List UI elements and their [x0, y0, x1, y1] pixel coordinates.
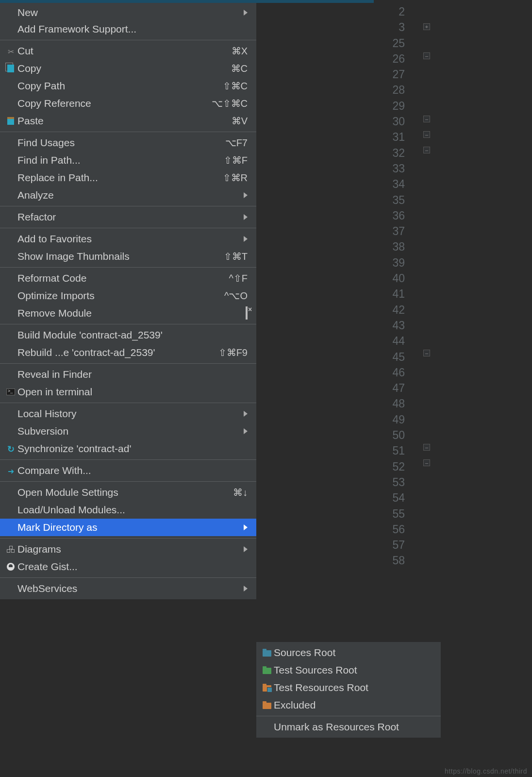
submenu-item-excluded[interactable]: Excluded: [256, 696, 441, 714]
menu-item-refactor[interactable]: Refactor: [0, 208, 256, 226]
line-number[interactable]: 51: [374, 443, 408, 458]
line-number[interactable]: 43: [374, 318, 408, 333]
menu-item-shortcut: ⌥F7: [204, 137, 248, 149]
line-number[interactable]: 48: [374, 396, 408, 411]
line-number[interactable]: 34: [374, 176, 408, 192]
menu-item-find-usages[interactable]: Find Usages⌥F7: [0, 134, 256, 152]
line-number[interactable]: 41: [374, 286, 408, 302]
menu-item-show-image-thumbnails[interactable]: Show Image Thumbnails⇧⌘T: [0, 248, 256, 265]
menu-item-label: Copy: [17, 63, 204, 74]
fold-marker-icon[interactable]: –: [423, 116, 430, 122]
fold-marker-icon[interactable]: –: [423, 459, 430, 466]
line-number[interactable]: 52: [374, 459, 408, 474]
line-number[interactable]: 58: [374, 553, 408, 568]
menu-item-diagrams[interactable]: Diagrams: [0, 541, 256, 558]
line-number[interactable]: 2: [374, 4, 408, 19]
menu-item-subversion[interactable]: Subversion: [0, 422, 256, 440]
line-number[interactable]: 3: [374, 19, 408, 35]
line-number[interactable]: 29: [374, 98, 408, 114]
fold-marker-icon[interactable]: –: [423, 131, 430, 138]
menu-item-shortcut: ^⌥O: [204, 290, 248, 302]
folder-orange-icon: [263, 703, 271, 709]
menu-item-new[interactable]: New: [0, 5, 256, 20]
line-number[interactable]: 32: [374, 145, 408, 161]
fold-marker-icon[interactable]: –: [423, 444, 430, 451]
line-number[interactable]: 35: [374, 192, 408, 208]
menu-separator: [0, 481, 256, 482]
menu-item-reveal-in-finder[interactable]: Reveal in Finder: [0, 366, 256, 383]
menu-item-shortcut: ⇧⌘F: [204, 154, 248, 166]
copy-icon: [7, 65, 14, 72]
menu-item-find-in-path[interactable]: Find in Path...⇧⌘F: [0, 152, 256, 169]
line-number[interactable]: 30: [374, 114, 408, 129]
menu-item-analyze[interactable]: Analyze: [0, 186, 256, 204]
menu-item-mark-directory-as[interactable]: Mark Directory as: [0, 519, 256, 536]
menu-item-shortcut: ^⇧F: [204, 272, 248, 284]
line-number[interactable]: 36: [374, 208, 408, 223]
submenu-item-sources-root[interactable]: Sources Root: [256, 644, 441, 661]
menu-item-copy-reference[interactable]: Copy Reference⌥⇧⌘C: [0, 95, 256, 112]
menu-item-synchronize-contract-ad[interactable]: Synchronize 'contract-ad': [0, 440, 256, 457]
menu-item-rebuild-e-contract-ad-2539[interactable]: Rebuild ...e 'contract-ad_2539'⇧⌘F9: [0, 344, 256, 361]
line-number[interactable]: 46: [374, 365, 408, 380]
submenu-item-test-resources-root[interactable]: Test Resources Root: [256, 679, 441, 696]
menu-item-build-module-contract-ad-2539[interactable]: Build Module 'contract-ad_2539': [0, 326, 256, 344]
menu-item-add-framework-support[interactable]: Add Framework Support...: [0, 20, 256, 38]
fold-marker-icon[interactable]: –: [423, 147, 430, 153]
line-number[interactable]: 40: [374, 270, 408, 286]
line-number[interactable]: 45: [374, 349, 408, 365]
menu-item-label: Copy Path: [17, 80, 204, 92]
menu-item-load-unload-modules[interactable]: Load/Unload Modules...: [0, 501, 256, 519]
menu-item-copy-path[interactable]: Copy Path⇧⌘C: [0, 77, 256, 95]
line-number[interactable]: 27: [374, 67, 408, 82]
menu-item-local-history[interactable]: Local History: [0, 405, 256, 422]
menu-item-remove-module[interactable]: Remove Module: [0, 304, 256, 322]
menu-item-label: Add Framework Support...: [17, 23, 248, 35]
menu-item-label: Subversion: [17, 425, 241, 437]
line-number[interactable]: 25: [374, 35, 408, 51]
line-number[interactable]: 49: [374, 412, 408, 427]
menu-item-label: Replace in Path...: [17, 172, 204, 184]
menu-item-webservices[interactable]: WebServices: [0, 580, 256, 597]
submenu-arrow-icon: [244, 428, 248, 434]
submenu-item-test-sources-root[interactable]: Test Sources Root: [256, 661, 441, 679]
submenu-item-label: Test Resources Root: [274, 682, 368, 693]
menu-item-paste[interactable]: Paste⌘V: [0, 112, 256, 130]
line-number[interactable]: 47: [374, 380, 408, 396]
menu-item-shortcut: ⌥⇧⌘C: [204, 98, 248, 109]
menu-item-compare-with[interactable]: Compare With...: [0, 462, 256, 479]
fold-marker-icon[interactable]: +: [423, 23, 430, 30]
folder-testres-icon: [263, 685, 271, 692]
line-number[interactable]: 26: [374, 51, 408, 67]
line-number[interactable]: 37: [374, 223, 408, 239]
menu-item-cut[interactable]: Cut⌘X: [0, 42, 256, 60]
line-number[interactable]: 54: [374, 490, 408, 506]
line-number[interactable]: 53: [374, 474, 408, 490]
menu-item-create-gist[interactable]: Create Gist...: [0, 558, 256, 575]
submenu-item-unmark-resources-root[interactable]: Unmark as Resources Root: [256, 718, 441, 736]
menu-item-label: Compare With...: [17, 465, 248, 476]
line-number[interactable]: 42: [374, 302, 408, 318]
fold-marker-icon[interactable]: –: [423, 52, 430, 59]
line-number[interactable]: 38: [374, 239, 408, 254]
line-number[interactable]: 33: [374, 161, 408, 176]
menu-item-replace-in-path[interactable]: Replace in Path...⇧⌘R: [0, 169, 256, 186]
line-number[interactable]: 57: [374, 537, 408, 553]
menu-item-open-module-settings[interactable]: Open Module Settings⌘↓: [0, 484, 256, 501]
menu-item-copy[interactable]: Copy⌘C: [0, 60, 256, 77]
menu-item-label: Mark Directory as: [17, 522, 241, 533]
line-number[interactable]: 55: [374, 506, 408, 522]
fold-marker-icon[interactable]: –: [423, 350, 430, 356]
line-number[interactable]: 44: [374, 333, 408, 349]
line-number[interactable]: 50: [374, 427, 408, 443]
menu-item-reformat-code[interactable]: Reformat Code^⇧F: [0, 270, 256, 287]
line-number[interactable]: 56: [374, 522, 408, 537]
menu-item-add-to-favorites[interactable]: Add to Favorites: [0, 230, 256, 248]
line-number[interactable]: 28: [374, 82, 408, 98]
menu-item-optimize-imports[interactable]: Optimize Imports^⌥O: [0, 287, 256, 304]
menu-item-open-in-terminal[interactable]: Open in terminal: [0, 383, 256, 401]
line-number[interactable]: 31: [374, 129, 408, 145]
line-number[interactable]: 39: [374, 255, 408, 270]
menu-item-shortcut: ⌘↓: [204, 487, 248, 498]
sync-icon: [7, 443, 15, 455]
